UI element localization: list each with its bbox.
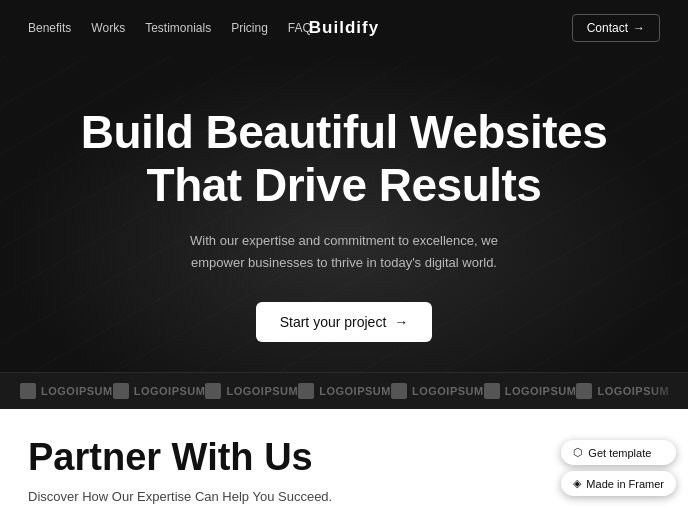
navbar: Benefits Works Testimonials Pricing FAQ … [0, 0, 688, 56]
cta-arrow-icon: → [394, 314, 408, 330]
logos-fade [648, 373, 688, 409]
template-icon: ⬡ [573, 446, 583, 459]
nav-benefits[interactable]: Benefits [28, 21, 71, 35]
framer-icon: ◈ [573, 477, 581, 490]
logo-item: LOGOIPSUM [20, 383, 113, 399]
cta-label: Start your project [280, 314, 387, 330]
logo-item: LOGOIPSUM [113, 383, 206, 399]
cta-button[interactable]: Start your project → [256, 302, 433, 342]
get-template-label: Get template [588, 447, 651, 459]
logo-icon [391, 383, 407, 399]
logo-item: LOGOIPSUM [298, 383, 391, 399]
logo-text: LOGOIPSUM [41, 385, 113, 397]
logo-icon [298, 383, 314, 399]
logo-text: LOGOIPSUM [505, 385, 577, 397]
logo-icon [205, 383, 221, 399]
logo-item: Logoipsum [205, 383, 298, 399]
logo-icon [20, 383, 36, 399]
arrow-icon: → [633, 21, 645, 35]
logo-icon [484, 383, 500, 399]
made-in-framer-label: Made in Framer [586, 478, 664, 490]
logos-strip: LOGOIPSUM LOGOIPSUM Logoipsum LOGOIPSUM … [0, 372, 688, 409]
logo-text: LOGOIPSUM [134, 385, 206, 397]
logo-item: LOGOIPSUM [484, 383, 577, 399]
logo-text: LOGOIPSUM [319, 385, 391, 397]
site-logo: Buildify [309, 18, 379, 38]
logo-icon [576, 383, 592, 399]
hero-headline: Build Beautiful Websites That Drive Resu… [20, 106, 668, 212]
nav-works[interactable]: Works [91, 21, 125, 35]
logo-text: Logoipsum [226, 385, 298, 397]
made-in-framer-button[interactable]: ◈ Made in Framer [561, 471, 676, 496]
hero-subtext: With our expertise and commitment to exc… [174, 230, 514, 274]
get-template-button[interactable]: ⬡ Get template [561, 440, 676, 465]
logo-text: Logoipsum [412, 385, 484, 397]
hero-section: Build Beautiful Websites That Drive Resu… [0, 56, 688, 372]
contact-button[interactable]: Contact → [572, 14, 660, 42]
logo-item: Logoipsum [391, 383, 484, 399]
hero-content: Build Beautiful Websites That Drive Resu… [20, 106, 668, 342]
nav-links: Benefits Works Testimonials Pricing FAQ [28, 21, 312, 35]
logo-icon [113, 383, 129, 399]
framer-badge: ⬡ Get template ◈ Made in Framer [561, 440, 676, 496]
nav-testimonials[interactable]: Testimonials [145, 21, 211, 35]
nav-pricing[interactable]: Pricing [231, 21, 268, 35]
